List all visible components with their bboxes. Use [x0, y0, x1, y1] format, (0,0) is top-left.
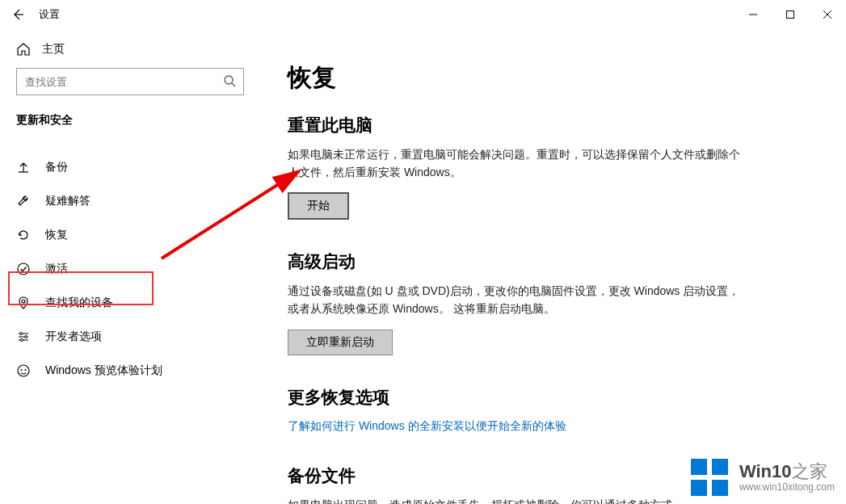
sidebar-item-developer[interactable]: 开发者选项 — [0, 320, 260, 354]
reset-heading: 重置此电脑 — [288, 114, 740, 136]
sidebar-item-find-device[interactable]: 查找我的设备 — [0, 286, 260, 320]
check-icon — [16, 262, 31, 276]
svg-point-3 — [22, 300, 25, 303]
sidebar-item-label: 开发者选项 — [45, 330, 102, 344]
advanced-heading: 高级启动 — [288, 250, 740, 273]
sidebar-item-recovery[interactable]: 恢复 — [0, 218, 260, 252]
wrench-icon — [16, 194, 31, 208]
sidebar-item-label: 激活 — [45, 262, 68, 276]
svg-point-4 — [20, 333, 23, 335]
svg-point-2 — [18, 263, 29, 275]
svg-point-7 — [18, 365, 29, 376]
more-options-heading: 更多恢复选项 — [288, 386, 740, 409]
svg-rect-0 — [787, 11, 794, 19]
reset-desc: 如果电脑未正常运行，重置电脑可能会解决问题。重置时，可以选择保留个人文件或删除个… — [288, 146, 740, 181]
minimize-button[interactable] — [734, 2, 772, 27]
close-button[interactable] — [809, 2, 846, 27]
category-title: 更新和安全 — [0, 110, 260, 136]
sidebar-item-label: 查找我的设备 — [45, 296, 113, 310]
svg-point-5 — [25, 336, 27, 338]
sidebar-item-label: 恢复 — [45, 228, 68, 242]
backup-files-desc: 如果电脑出现问题，造成原始文件丢失、损坏或被删除，你可以通过多种方式 — [288, 497, 740, 504]
sidebar-item-activation[interactable]: 激活 — [0, 252, 260, 286]
fresh-install-link[interactable]: 了解如何进行 Windows 的全新安装以便开始全新的体验 — [288, 419, 566, 432]
sliders-icon — [16, 330, 31, 344]
restart-now-button[interactable]: 立即重新启动 — [288, 330, 393, 355]
sidebar-item-backup[interactable]: 备份 — [0, 150, 260, 184]
back-button[interactable] — [10, 6, 26, 23]
location-icon — [16, 296, 31, 310]
home-icon — [16, 42, 31, 57]
svg-point-6 — [21, 339, 23, 342]
sidebar-item-label: 备份 — [45, 160, 68, 174]
svg-point-9 — [25, 369, 27, 371]
maximize-button[interactable] — [772, 2, 809, 27]
page-title: 恢复 — [288, 61, 819, 94]
home-label: 主页 — [42, 42, 65, 57]
recovery-icon — [16, 228, 31, 242]
reset-start-button[interactable]: 开始 — [288, 192, 349, 220]
sidebar-item-troubleshoot[interactable]: 疑难解答 — [0, 184, 260, 218]
sidebar-item-label: Windows 预览体验计划 — [45, 363, 162, 378]
search-icon — [223, 74, 236, 87]
svg-point-1 — [225, 76, 233, 84]
advanced-desc: 通过设备或磁盘(如 U 盘或 DVD)启动，更改你的电脑固件设置，更改 Wind… — [288, 283, 740, 317]
backup-files-heading: 备份文件 — [288, 464, 740, 487]
sidebar-item-insider[interactable]: Windows 预览体验计划 — [0, 354, 260, 388]
svg-point-8 — [21, 369, 23, 371]
home-nav[interactable]: 主页 — [0, 37, 260, 68]
sidebar-item-label: 疑难解答 — [45, 194, 90, 208]
backup-icon — [16, 160, 31, 174]
search-input[interactable] — [16, 68, 244, 95]
window-title: 设置 — [39, 7, 60, 22]
insider-icon — [16, 363, 31, 378]
